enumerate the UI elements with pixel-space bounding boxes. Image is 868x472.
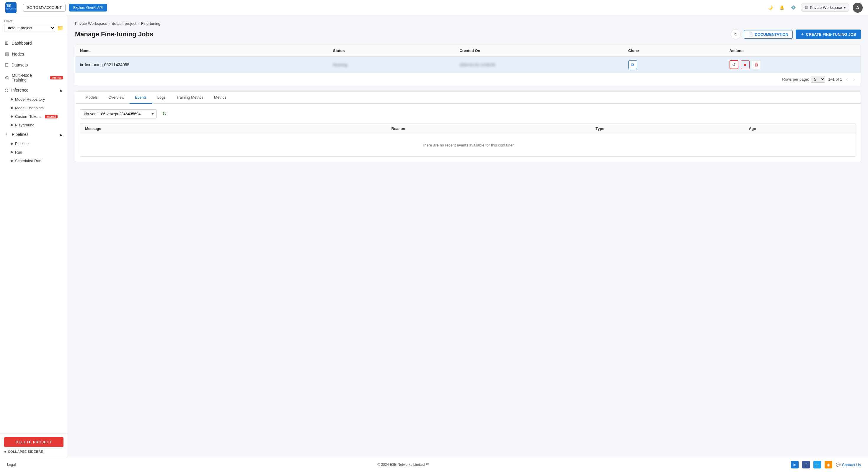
sidebar-item-label: Multi-Node Training (12, 73, 46, 82)
sidebar-section-pipelines[interactable]: ⋮ Pipelines ▲ (0, 129, 68, 140)
events-content: kfp-ver-1186-vmxqn-2346435694 ↻ Message … (75, 104, 861, 162)
chevron-left-icon: « (4, 450, 6, 453)
table-header: Name Status Created On Clone Actions (75, 45, 861, 57)
tab-models[interactable]: Models (80, 92, 103, 104)
detail-card: Models Overview Events Logs Training Met… (75, 91, 861, 162)
pod-select[interactable]: kfp-ver-1186-vmxqn-2346435694 (80, 109, 157, 118)
col-age: Age (749, 126, 851, 131)
project-select[interactable]: default-project (4, 24, 55, 32)
clone-button[interactable]: ⧉ (628, 60, 637, 69)
sidebar-item-nodes[interactable]: ▤ Nodes (0, 49, 68, 59)
rss-icon[interactable]: ◉ (825, 461, 832, 468)
events-refresh-button[interactable]: ↻ (160, 109, 169, 118)
page-title: Manage Fine-tuning Jobs (75, 30, 153, 38)
go-to-myaccount-button[interactable]: GO TO MYACCOUNT (23, 4, 66, 11)
dropdown-refresh-row: kfp-ver-1186-vmxqn-2346435694 ↻ (80, 109, 856, 118)
prev-page-button[interactable]: ‹ (845, 76, 849, 83)
legal-link[interactable]: Legal (7, 463, 16, 467)
sidebar-item-pipeline[interactable]: Pipeline (0, 140, 68, 148)
workspace-label: Private Workspace (810, 5, 842, 10)
notifications-button[interactable]: 🔔 (778, 4, 786, 11)
facebook-icon[interactable]: f (802, 461, 810, 468)
dot-icon (11, 107, 13, 109)
tabs-row: Models Overview Events Logs Training Met… (75, 92, 861, 104)
page-actions: ↻ 📄 DOCUMENTATION ＋ CREATE FINE-TUNING J… (731, 29, 861, 39)
rows-per-page-label: Rows per page: (782, 77, 809, 82)
page-header: Manage Fine-tuning Jobs ↻ 📄 DOCUMENTATIO… (75, 29, 861, 39)
sidebar-item-label: Nodes (12, 52, 24, 56)
sidebar-bottom: DELETE PROJECT « COLLAPSE SIDEBAR (0, 433, 68, 457)
sidebar-item-model-endpoints[interactable]: Model Endpoints (0, 104, 68, 112)
documentation-button[interactable]: 📄 DOCUMENTATION (744, 30, 793, 39)
project-label: Project (4, 20, 63, 23)
clone-cell: ⧉ (628, 60, 730, 69)
sidebar: Project default-project 📁 ⊞ Dashboard ▤ … (0, 16, 68, 457)
restart-button[interactable]: ↺ (730, 60, 738, 69)
breadcrumb-project[interactable]: default-project (112, 21, 136, 26)
doc-icon: 📄 (748, 32, 753, 37)
pod-dropdown-wrapper: kfp-ver-1186-vmxqn-2346435694 (80, 109, 157, 118)
sidebar-item-model-repository[interactable]: Model Repository (0, 95, 68, 104)
tab-metrics[interactable]: Metrics (209, 92, 232, 104)
project-selector: Project default-project 📁 (0, 16, 68, 35)
dot-icon (11, 98, 13, 100)
chevron-up-icon: ▲ (59, 88, 63, 92)
dot-icon (11, 160, 13, 162)
dashboard-icon: ⊞ (5, 40, 8, 46)
table-row: tir-finetuning-06211434055 Running 2024-… (75, 57, 861, 73)
pipelines-icon: ⋮ (5, 132, 9, 137)
col-created-on: Created On (459, 49, 628, 53)
datasets-icon: ⊟ (5, 62, 8, 68)
sidebar-sub-label: Custom Tokens (15, 114, 41, 119)
open-folder-button[interactable]: 📁 (57, 25, 63, 31)
next-page-button[interactable]: › (852, 76, 856, 83)
layout: Project default-project 📁 ⊞ Dashboard ▤ … (0, 16, 868, 457)
sidebar-section-inference[interactable]: ◎ Inference ▲ (0, 85, 68, 95)
sidebar-sub-label: Pipeline (15, 142, 29, 146)
chevron-up-icon: ▲ (59, 132, 63, 137)
delete-project-button[interactable]: DELETE PROJECT (4, 437, 63, 447)
settings-button[interactable]: ⚙️ (789, 4, 798, 11)
workspace-selector[interactable]: 🖥 Private Workspace ▾ (801, 4, 849, 11)
delete-button[interactable]: 🗑 (752, 60, 761, 69)
inference-label: Inference (11, 88, 28, 92)
sidebar-sub-label: Scheduled Run (15, 158, 41, 163)
tab-logs[interactable]: Logs (152, 92, 171, 104)
refresh-button[interactable]: ↻ (731, 29, 741, 39)
twitter-icon[interactable]: 🐦 (813, 461, 821, 468)
sidebar-item-label: Dashboard (11, 41, 32, 46)
sidebar-sub-label: Model Repository (15, 97, 45, 101)
create-fine-tuning-job-button[interactable]: ＋ CREATE FINE-TUNING JOB (796, 30, 861, 39)
sidebar-item-label: Datasets (11, 63, 28, 67)
tab-overview[interactable]: Overview (103, 92, 130, 104)
nodes-icon: ▤ (5, 51, 9, 57)
sidebar-item-dashboard[interactable]: ⊞ Dashboard (0, 37, 68, 49)
sidebar-item-datasets[interactable]: ⊟ Datasets (0, 59, 68, 70)
events-table-header: Message Reason Type Age (80, 123, 856, 134)
sidebar-item-run[interactable]: Run (0, 148, 68, 156)
stop-button[interactable]: ■ (741, 60, 750, 69)
dark-mode-toggle[interactable]: 🌙 (767, 4, 774, 11)
dot-icon (11, 116, 13, 118)
contact-us-link[interactable]: 💬 Contact Us (836, 463, 861, 467)
inference-icon: ◎ (5, 88, 8, 92)
sidebar-item-playground[interactable]: Playground (0, 121, 68, 129)
sidebar-item-multi-node-training[interactable]: ⚙ Multi-Node Training Internal (0, 70, 68, 85)
collapse-sidebar-button[interactable]: « COLLAPSE SIDEBAR (4, 450, 43, 453)
sidebar-item-custom-tokens[interactable]: Custom Tokens Internal (0, 112, 68, 121)
avatar[interactable]: A (852, 3, 863, 13)
sidebar-item-scheduled-run[interactable]: Scheduled Run (0, 156, 68, 165)
svg-text:AI PLATFORM: AI PLATFORM (6, 8, 17, 10)
tab-training-metrics[interactable]: Training Metrics (171, 92, 209, 104)
actions-cell: ↺ ■ 🗑 (730, 60, 856, 69)
nav-items: ⊞ Dashboard ▤ Nodes ⊟ Datasets ⚙ Multi-N… (0, 35, 68, 433)
explore-genai-button[interactable]: Explore GenAI API (69, 4, 107, 11)
linkedin-icon[interactable]: in (791, 461, 799, 468)
copyright: © 2024 E2E Networks Limited ™ (377, 463, 429, 467)
sidebar-sub-label: Run (15, 150, 22, 154)
rows-per-page-select[interactable]: 5 10 25 (811, 76, 825, 83)
breadcrumb-workspace[interactable]: Private Workspace (75, 21, 107, 26)
tab-events[interactable]: Events (130, 92, 152, 104)
workspace-icon: 🖥 (804, 5, 808, 10)
sidebar-sub-label: Playground (15, 123, 35, 127)
